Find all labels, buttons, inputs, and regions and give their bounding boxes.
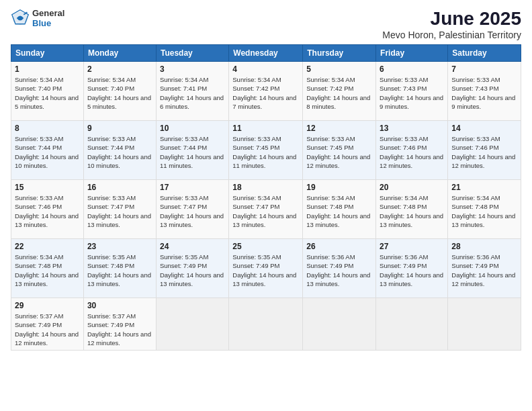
day-info: Sunrise: 5:34 AMSunset: 7:40 PMDaylight:… [87,75,152,111]
day-info: Sunrise: 5:34 AMSunset: 7:41 PMDaylight:… [160,75,225,111]
calendar-cell: 5Sunrise: 5:34 AMSunset: 7:42 PMDaylight… [303,62,376,121]
calendar-cell: 24Sunrise: 5:35 AMSunset: 7:49 PMDayligh… [156,239,228,298]
calendar-cell: 30Sunrise: 5:37 AMSunset: 7:49 PMDayligh… [83,298,156,351]
calendar-cell: 6Sunrise: 5:33 AMSunset: 7:43 PMDaylight… [376,62,448,121]
day-info: Sunrise: 5:33 AMSunset: 7:46 PMDaylight:… [15,193,80,229]
day-number: 28 [451,242,517,251]
day-info: Sunrise: 5:33 AMSunset: 7:44 PMDaylight:… [15,134,80,170]
day-info: Sunrise: 5:33 AMSunset: 7:43 PMDaylight:… [451,75,517,111]
day-number: 9 [87,124,152,133]
calendar-cell: 15Sunrise: 5:33 AMSunset: 7:46 PMDayligh… [11,180,84,239]
calendar-week-3: 15Sunrise: 5:33 AMSunset: 7:46 PMDayligh… [11,180,521,239]
day-number: 25 [232,242,299,251]
day-info: Sunrise: 5:34 AMSunset: 7:47 PMDaylight:… [232,193,299,229]
calendar-cell: 3Sunrise: 5:34 AMSunset: 7:41 PMDaylight… [156,62,228,121]
weekday-header-monday: Monday [83,45,156,62]
day-number: 16 [87,183,152,192]
weekday-header-friday: Friday [376,45,448,62]
title-block: June 2025 Mevo Horon, Palestinian Territ… [382,8,521,40]
day-number: 11 [232,124,299,133]
calendar-cell [156,298,228,351]
day-info: Sunrise: 5:34 AMSunset: 7:48 PMDaylight:… [380,193,444,229]
day-number: 6 [380,64,444,74]
day-info: Sunrise: 5:33 AMSunset: 7:44 PMDaylight:… [87,134,152,170]
day-number: 27 [380,242,444,251]
day-info: Sunrise: 5:35 AMSunset: 7:49 PMDaylight:… [160,253,225,288]
calendar: SundayMondayTuesdayWednesdayThursdayFrid… [11,44,521,351]
day-number: 21 [451,183,517,192]
weekday-header-saturday: Saturday [448,45,521,62]
day-info: Sunrise: 5:37 AMSunset: 7:49 PMDaylight:… [15,312,80,347]
day-number: 2 [87,64,152,74]
calendar-cell: 12Sunrise: 5:33 AMSunset: 7:45 PMDayligh… [303,121,376,180]
weekday-header-thursday: Thursday [303,45,376,62]
calendar-cell: 14Sunrise: 5:33 AMSunset: 7:46 PMDayligh… [448,121,521,180]
calendar-cell [229,298,303,351]
calendar-cell: 13Sunrise: 5:33 AMSunset: 7:46 PMDayligh… [376,121,448,180]
calendar-cell: 26Sunrise: 5:36 AMSunset: 7:49 PMDayligh… [303,239,376,298]
subtitle: Mevo Horon, Palestinian Territory [382,30,521,40]
weekday-header-row: SundayMondayTuesdayWednesdayThursdayFrid… [11,45,521,62]
day-info: Sunrise: 5:33 AMSunset: 7:45 PMDaylight:… [306,134,372,170]
day-info: Sunrise: 5:33 AMSunset: 7:44 PMDaylight:… [160,134,225,170]
day-number: 14 [451,124,517,133]
day-number: 13 [380,124,444,133]
calendar-cell: 2Sunrise: 5:34 AMSunset: 7:40 PMDaylight… [83,62,156,121]
day-number: 18 [232,183,299,192]
day-number: 4 [232,64,299,74]
calendar-cell: 21Sunrise: 5:34 AMSunset: 7:48 PMDayligh… [448,180,521,239]
calendar-week-2: 8Sunrise: 5:33 AMSunset: 7:44 PMDaylight… [11,121,521,180]
day-info: Sunrise: 5:37 AMSunset: 7:49 PMDaylight:… [87,312,152,347]
day-number: 20 [380,183,444,192]
day-info: Sunrise: 5:34 AMSunset: 7:42 PMDaylight:… [306,75,372,111]
day-info: Sunrise: 5:34 AMSunset: 7:42 PMDaylight:… [232,75,299,111]
main-title: June 2025 [382,8,521,30]
day-info: Sunrise: 5:33 AMSunset: 7:47 PMDaylight:… [160,193,225,229]
logo: General Blue [11,8,64,28]
calendar-cell: 18Sunrise: 5:34 AMSunset: 7:47 PMDayligh… [229,180,303,239]
day-info: Sunrise: 5:36 AMSunset: 7:49 PMDaylight:… [306,253,372,288]
day-info: Sunrise: 5:36 AMSunset: 7:49 PMDaylight:… [380,253,444,288]
day-number: 29 [15,301,80,310]
calendar-cell: 25Sunrise: 5:35 AMSunset: 7:49 PMDayligh… [229,239,303,298]
day-number: 24 [160,242,225,251]
calendar-cell [303,298,376,351]
calendar-cell: 8Sunrise: 5:33 AMSunset: 7:44 PMDaylight… [11,121,84,180]
day-number: 26 [306,242,372,251]
logo-text: General Blue [32,8,64,28]
day-info: Sunrise: 5:33 AMSunset: 7:45 PMDaylight:… [232,134,299,170]
day-info: Sunrise: 5:34 AMSunset: 7:48 PMDaylight:… [15,253,80,288]
day-number: 7 [451,64,517,74]
calendar-cell: 19Sunrise: 5:34 AMSunset: 7:48 PMDayligh… [303,180,376,239]
day-number: 23 [87,242,152,251]
day-number: 10 [160,124,225,133]
day-number: 3 [160,64,225,74]
calendar-cell [376,298,448,351]
day-number: 30 [87,301,152,310]
logo-icon [11,9,30,28]
weekday-header-wednesday: Wednesday [229,45,303,62]
weekday-header-tuesday: Tuesday [156,45,228,62]
calendar-cell: 17Sunrise: 5:33 AMSunset: 7:47 PMDayligh… [156,180,228,239]
day-info: Sunrise: 5:33 AMSunset: 7:43 PMDaylight:… [380,75,444,111]
calendar-cell: 16Sunrise: 5:33 AMSunset: 7:47 PMDayligh… [83,180,156,239]
calendar-cell: 20Sunrise: 5:34 AMSunset: 7:48 PMDayligh… [376,180,448,239]
day-number: 8 [15,124,80,133]
day-info: Sunrise: 5:33 AMSunset: 7:46 PMDaylight:… [380,134,444,170]
calendar-cell: 29Sunrise: 5:37 AMSunset: 7:49 PMDayligh… [11,298,84,351]
calendar-week-4: 22Sunrise: 5:34 AMSunset: 7:48 PMDayligh… [11,239,521,298]
calendar-cell: 7Sunrise: 5:33 AMSunset: 7:43 PMDaylight… [448,62,521,121]
day-info: Sunrise: 5:34 AMSunset: 7:48 PMDaylight:… [306,193,372,229]
calendar-cell: 27Sunrise: 5:36 AMSunset: 7:49 PMDayligh… [376,239,448,298]
day-number: 17 [160,183,225,192]
calendar-cell: 28Sunrise: 5:36 AMSunset: 7:49 PMDayligh… [448,239,521,298]
day-info: Sunrise: 5:36 AMSunset: 7:49 PMDaylight:… [451,253,517,288]
day-info: Sunrise: 5:34 AMSunset: 7:40 PMDaylight:… [15,75,80,111]
calendar-week-5: 29Sunrise: 5:37 AMSunset: 7:49 PMDayligh… [11,298,521,351]
page: General Blue June 2025 Mevo Horon, Pales… [0,0,532,411]
day-number: 22 [15,242,80,251]
logo-blue: Blue [32,18,64,28]
day-number: 1 [15,64,80,74]
day-info: Sunrise: 5:33 AMSunset: 7:46 PMDaylight:… [451,134,517,170]
calendar-cell: 22Sunrise: 5:34 AMSunset: 7:48 PMDayligh… [11,239,84,298]
